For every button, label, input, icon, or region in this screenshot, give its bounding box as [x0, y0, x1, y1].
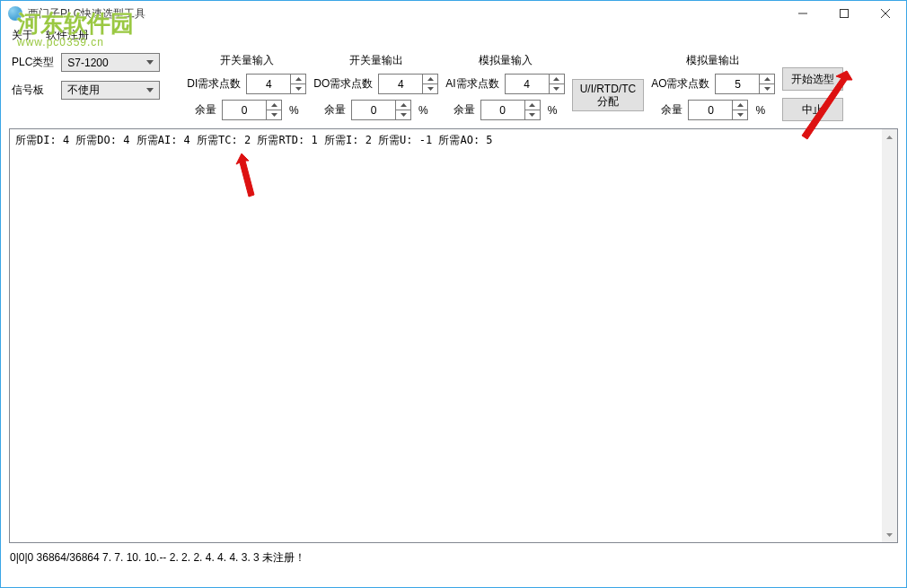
- di-req-input[interactable]: [247, 75, 290, 93]
- ai-margin-spin[interactable]: [480, 100, 541, 120]
- spin-up-icon[interactable]: [760, 75, 774, 84]
- svg-marker-13: [529, 103, 535, 107]
- svg-marker-20: [886, 533, 893, 537]
- spin-down-icon[interactable]: [291, 84, 305, 93]
- svg-marker-15: [764, 77, 771, 81]
- ao-margin-spin[interactable]: [688, 100, 748, 120]
- group-do: 开关量输出 DO需求点数 余量 %: [313, 53, 438, 120]
- svg-marker-6: [271, 113, 277, 117]
- vertical-scrollbar[interactable]: [882, 129, 897, 542]
- window-title: 西门子PLC快速选型工具: [28, 6, 145, 22]
- stop-button[interactable]: 中止: [782, 98, 843, 121]
- plc-type-label: PLC类型: [12, 55, 54, 70]
- ai-margin-label: 余量: [454, 102, 475, 118]
- svg-marker-5: [271, 103, 277, 107]
- signal-board-label: 信号板: [12, 83, 54, 98]
- group-ai-head: 模拟量输入: [479, 53, 533, 68]
- spin-down-icon[interactable]: [423, 84, 437, 93]
- svg-marker-9: [401, 103, 407, 107]
- status-bar: 0|0|0 36864/36864 7. 7. 10. 10.-- 2. 2. …: [1, 547, 906, 569]
- di-req-label: DI需求点数: [187, 76, 241, 92]
- do-req-spin[interactable]: [378, 74, 438, 94]
- spin-up-icon[interactable]: [423, 75, 437, 84]
- spin-up-icon[interactable]: [733, 101, 747, 110]
- svg-marker-10: [401, 113, 407, 117]
- close-button[interactable]: [865, 1, 906, 26]
- svg-marker-4: [295, 87, 302, 91]
- svg-marker-19: [886, 136, 893, 139]
- spin-down-icon[interactable]: [733, 110, 747, 119]
- do-margin-spin[interactable]: [351, 100, 411, 120]
- chevron-down-icon: [143, 56, 157, 70]
- titlebar: 西门子PLC快速选型工具: [1, 1, 906, 26]
- svg-marker-2: [146, 88, 154, 92]
- ai-req-spin[interactable]: [505, 74, 565, 94]
- ao-req-input[interactable]: [716, 75, 759, 93]
- menu-about[interactable]: 关于: [12, 28, 33, 43]
- spin-up-icon[interactable]: [291, 75, 305, 84]
- ao-margin-label: 余量: [661, 102, 682, 118]
- do-req-label: DO需求点数: [313, 76, 373, 92]
- menubar: 关于 软件注册: [1, 26, 906, 44]
- svg-marker-11: [553, 77, 559, 81]
- spin-up-icon[interactable]: [525, 101, 540, 110]
- group-ao: 模拟量输出 AO需求点数 余量 %: [651, 53, 775, 120]
- do-req-input[interactable]: [379, 75, 422, 93]
- svg-marker-1: [146, 60, 154, 65]
- output-text: 所需DI: 4 所需DO: 4 所需AI: 4 所需TC: 2 所需RTD: 1…: [10, 129, 897, 152]
- group-ai: 模拟量输入 AI需求点数 余量 %: [445, 53, 564, 120]
- ao-req-spin[interactable]: [715, 74, 775, 94]
- ao-req-label: AO需求点数: [651, 76, 709, 92]
- do-margin-label: 余量: [324, 102, 346, 118]
- spin-up-icon[interactable]: [267, 101, 281, 110]
- ai-req-input[interactable]: [506, 75, 549, 93]
- group-ao-head: 模拟量输出: [686, 53, 740, 68]
- svg-marker-8: [427, 87, 434, 91]
- spin-down-icon[interactable]: [550, 84, 564, 93]
- signal-board-select[interactable]: 不使用: [61, 81, 160, 100]
- group-do-head: 开关量输出: [349, 53, 403, 68]
- svg-marker-16: [764, 87, 771, 91]
- svg-marker-7: [427, 77, 434, 81]
- spin-down-icon[interactable]: [525, 110, 540, 119]
- di-margin-label: 余量: [195, 102, 216, 118]
- ai-margin-input[interactable]: [481, 101, 524, 119]
- ao-margin-input[interactable]: [689, 101, 732, 119]
- plc-type-select[interactable]: S7-1200: [61, 53, 160, 72]
- svg-rect-0: [841, 10, 849, 18]
- pct: %: [418, 104, 428, 117]
- spin-down-icon[interactable]: [267, 110, 281, 119]
- pct: %: [289, 104, 299, 117]
- start-button[interactable]: 开始选型: [782, 67, 843, 91]
- scroll-up-icon[interactable]: [882, 129, 897, 145]
- di-margin-spin[interactable]: [222, 100, 282, 120]
- app-icon: [8, 6, 22, 21]
- menu-register[interactable]: 软件注册: [46, 28, 89, 43]
- spin-up-icon[interactable]: [550, 75, 564, 84]
- pct: %: [755, 104, 765, 117]
- svg-marker-12: [553, 87, 559, 91]
- svg-marker-17: [737, 103, 744, 107]
- maximize-button[interactable]: [823, 1, 865, 26]
- scroll-down-icon[interactable]: [882, 527, 897, 542]
- minimize-button[interactable]: [782, 1, 823, 26]
- spin-down-icon[interactable]: [396, 110, 410, 119]
- spin-up-icon[interactable]: [396, 101, 410, 110]
- group-di-head: 开关量输入: [220, 53, 274, 68]
- pct: %: [548, 104, 558, 117]
- svg-marker-18: [737, 113, 744, 117]
- svg-marker-14: [529, 113, 535, 117]
- di-margin-input[interactable]: [223, 101, 266, 119]
- ai-req-label: AI需求点数: [445, 76, 498, 92]
- do-margin-input[interactable]: [352, 101, 395, 119]
- spin-down-icon[interactable]: [760, 84, 774, 93]
- di-req-spin[interactable]: [246, 74, 306, 94]
- svg-marker-3: [295, 77, 302, 81]
- chevron-down-icon: [143, 83, 157, 98]
- group-di: 开关量输入 DI需求点数 余量 %: [187, 53, 306, 120]
- output-panel: 所需DI: 4 所需DO: 4 所需AI: 4 所需TC: 2 所需RTD: 1…: [9, 128, 898, 543]
- alloc-button[interactable]: U/I/RTD/TC 分配: [572, 79, 644, 112]
